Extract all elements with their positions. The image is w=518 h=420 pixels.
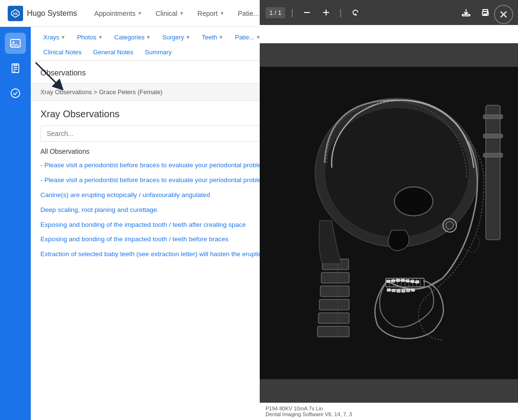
nav-photos[interactable]: Photos ▼ (72, 31, 107, 44)
svg-point-25 (394, 187, 433, 216)
xrays-dropdown-arrow: ▼ (61, 35, 65, 40)
nav-surgery[interactable]: Surgery ▼ (157, 31, 195, 44)
svg-text:HS: HS (13, 12, 18, 15)
svg-rect-53 (318, 313, 349, 323)
nav-teeth[interactable]: Teeth ▼ (197, 31, 228, 44)
svg-point-18 (487, 12, 488, 13)
print-button[interactable] (478, 5, 493, 20)
nav-appointments[interactable]: Appointments ▼ (88, 6, 148, 21)
nav-xrays[interactable]: Xrays ▼ (38, 31, 70, 44)
nav-clinical-notes[interactable]: Clinical Notes (38, 46, 86, 59)
svg-rect-46 (402, 290, 405, 292)
svg-rect-60 (483, 134, 503, 138)
svg-point-3 (13, 41, 14, 43)
sidebar-icon-check[interactable] (5, 83, 26, 104)
svg-rect-59 (483, 115, 503, 119)
svg-rect-51 (320, 286, 349, 296)
sidebar-icon-images[interactable] (5, 33, 26, 54)
svg-rect-37 (392, 280, 395, 282)
dropdown-arrow: ▼ (179, 11, 184, 16)
svg-rect-61 (483, 153, 503, 157)
toolbar-divider: | (291, 8, 293, 18)
svg-rect-58 (486, 105, 500, 240)
nav-clinical[interactable]: Clinical ▼ (150, 6, 190, 21)
pdf-toolbar: 1 / 1 | | (260, 0, 518, 25)
rotate-button[interactable] (348, 5, 363, 20)
teeth-dropdown-arrow: ▼ (219, 35, 224, 40)
svg-rect-15 (462, 14, 470, 16)
dropdown-arrow: ▼ (220, 11, 225, 16)
xray-image-area: F (260, 43, 518, 403)
pdf-viewer: 1 / 1 | | (260, 0, 518, 420)
surgery-dropdown-arrow: ▼ (186, 35, 190, 40)
zoom-in-button[interactable] (318, 5, 334, 20)
svg-rect-54 (317, 326, 349, 337)
nav-report[interactable]: Report ▼ (192, 6, 230, 21)
nav-general-notes[interactable]: General Notes (88, 46, 138, 59)
brand: HS Hugo Systems (8, 6, 77, 21)
svg-rect-50 (321, 272, 349, 283)
brand-title: Hugo Systems (27, 9, 77, 18)
dropdown-arrow: ▼ (138, 11, 142, 16)
sidebar-icon-clipboard[interactable] (5, 58, 26, 79)
svg-point-24 (325, 108, 469, 237)
page-indicator: 1 / 1 (265, 7, 285, 18)
nav-items: Appointments ▼ Clinical ▼ Report ▼ Patie… (88, 6, 271, 21)
toolbar-divider2: | (340, 8, 342, 18)
svg-rect-45 (397, 290, 400, 292)
categories-dropdown-arrow: ▼ (146, 35, 151, 40)
close-pdf-button[interactable] (494, 5, 513, 24)
nav-summary[interactable]: Summary (140, 46, 177, 59)
zoom-out-button[interactable] (299, 5, 315, 20)
svg-rect-17 (484, 14, 487, 15)
nav-categories[interactable]: Categories ▼ (110, 31, 156, 44)
download-button[interactable] (458, 5, 474, 20)
sidebar (0, 27, 31, 420)
photos-dropdown-arrow: ▼ (98, 35, 103, 40)
svg-rect-52 (319, 299, 349, 310)
pdf-footer: P194 80KV 10mA 7s Lin Dental Imaging Sof… (260, 403, 518, 420)
brand-logo: HS (8, 6, 23, 21)
svg-point-8 (11, 89, 20, 98)
pdf-search-area (260, 25, 518, 43)
